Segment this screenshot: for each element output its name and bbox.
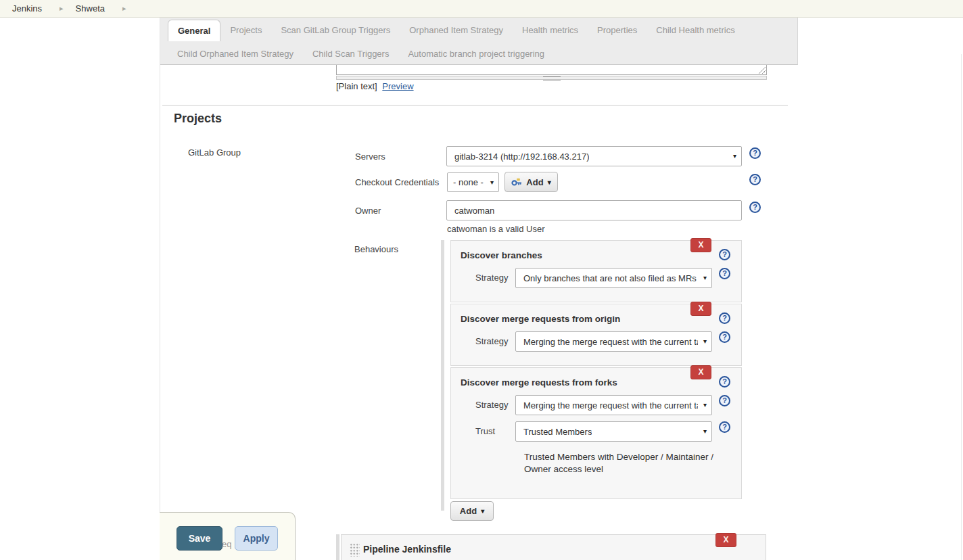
- gitlab-group-label: GitLab Group: [188, 147, 241, 158]
- description-footer: [Plain text] Preview: [336, 81, 414, 91]
- tab-child-health-metrics[interactable]: Child Health metrics: [647, 19, 744, 41]
- tab-projects[interactable]: Projects: [220, 19, 271, 41]
- delete-behaviour-button[interactable]: X: [690, 238, 711, 252]
- trust-help-icon[interactable]: ?: [719, 421, 730, 433]
- textarea-drag-bar[interactable]: [336, 76, 767, 80]
- branches-strategy-help-icon[interactable]: ?: [719, 268, 730, 279]
- tab-child-scan-triggers[interactable]: Child Scan Triggers: [303, 43, 398, 65]
- jenkins-config-page: Jenkins ▸ Shweta ▸ [Plain text] Preview …: [0, 0, 963, 560]
- behaviours-drag-strip: [441, 240, 444, 511]
- projects-section-heading: Projects: [174, 112, 222, 126]
- mr-origin-help-icon[interactable]: ?: [719, 312, 730, 324]
- delete-behaviour-button[interactable]: X: [690, 365, 711, 379]
- caret-down-icon: ▾: [732, 152, 736, 160]
- apply-button[interactable]: Apply: [235, 526, 278, 551]
- tab-general[interactable]: General: [168, 20, 220, 41]
- discover-branches-help-icon[interactable]: ?: [719, 249, 730, 260]
- add-credentials-label: Add: [526, 177, 543, 187]
- servers-select[interactable]: gitlab-3214 (http://192.168.43.217) ▾: [446, 146, 742, 166]
- content-left-border: [160, 18, 160, 560]
- add-behaviour-label: Add: [460, 506, 477, 516]
- tab-orphaned-item-strategy[interactable]: Orphaned Item Strategy: [400, 19, 513, 41]
- tab-health-metrics[interactable]: Health metrics: [513, 19, 588, 41]
- mr-origin-strategy-select[interactable]: Merging the merge request with the curre…: [515, 331, 712, 352]
- caret-down-icon: ▾: [702, 274, 707, 281]
- owner-label: Owner: [355, 206, 381, 216]
- tab-properties[interactable]: Properties: [588, 19, 647, 41]
- behaviour-chunk-title: Discover branches: [461, 250, 542, 260]
- behaviour-chunk-title: Discover merge requests from forks: [461, 377, 617, 388]
- tab-child-orphaned-item-strategy[interactable]: Child Orphaned Item Strategy: [168, 43, 303, 65]
- config-tab-bar: General Projects Scan GitLab Group Trigg…: [160, 18, 798, 65]
- checkout-credentials-label: Checkout Credentials: [355, 177, 439, 187]
- breadcrumb-item-jenkins[interactable]: Jenkins: [12, 3, 42, 14]
- breadcrumb-arrow-icon: ▸: [60, 4, 64, 13]
- owner-help-icon[interactable]: ?: [749, 202, 761, 213]
- mr-origin-strategy-help-icon[interactable]: ?: [719, 331, 730, 343]
- breadcrumb-item-shweta[interactable]: Shweta: [76, 3, 105, 14]
- servers-help-icon[interactable]: ?: [749, 147, 761, 159]
- delete-pipeline-button[interactable]: X: [715, 533, 736, 547]
- tab-automatic-branch-project-triggering[interactable]: Automatic branch project triggering: [398, 43, 554, 65]
- preview-link[interactable]: Preview: [382, 81, 413, 91]
- mr-forks-strategy-select[interactable]: Merging the merge request with the curre…: [515, 395, 712, 415]
- caret-down-icon: ▾: [702, 401, 707, 409]
- checkout-credentials-help-icon[interactable]: ?: [749, 174, 761, 185]
- mr-forks-help-icon[interactable]: ?: [719, 376, 730, 388]
- branches-strategy-value: Only branches that are not also filed as…: [523, 273, 697, 283]
- caret-down-icon: ▾: [702, 427, 707, 435]
- mr-forks-strategy-help-icon[interactable]: ?: [719, 395, 730, 406]
- strategy-label: Strategy: [475, 336, 508, 346]
- mr-origin-strategy-value: Merging the merge request with the curre…: [523, 337, 698, 347]
- mr-forks-strategy-value: Merging the merge request with the curre…: [523, 400, 698, 411]
- caret-down-icon: ▾: [702, 337, 707, 345]
- caret-down-icon: ▾: [548, 179, 551, 186]
- plain-text-label: [Plain text]: [336, 81, 377, 91]
- trust-value: Trusted Members: [523, 427, 592, 437]
- breadcrumb-arrow-icon: ▸: [122, 4, 126, 13]
- trust-label: Trust: [475, 426, 495, 436]
- add-credentials-button[interactable]: Add ▾: [504, 172, 558, 192]
- trust-select[interactable]: Trusted Members ▾: [515, 421, 712, 442]
- breadcrumb: Jenkins ▸ Shweta ▸: [0, 0, 963, 18]
- scrollbar-track[interactable]: [961, 54, 962, 560]
- drag-handle-grid-icon[interactable]: [350, 543, 360, 557]
- delete-behaviour-button[interactable]: X: [690, 302, 711, 316]
- pipeline-drag-strip: [336, 534, 339, 560]
- save-panel: eq Save Apply: [160, 512, 296, 560]
- servers-label: Servers: [355, 151, 385, 162]
- caret-down-icon: ▾: [481, 507, 484, 515]
- pipeline-jenkinsfile-title: Pipeline Jenkinsfile: [363, 544, 451, 555]
- servers-select-value: gitlab-3214 (http://192.168.43.217): [454, 151, 589, 162]
- strategy-label: Strategy: [475, 273, 508, 283]
- checkout-credentials-value: - none -: [453, 177, 484, 187]
- strategy-label: Strategy: [475, 400, 508, 410]
- owner-validation-message: catwoman is a valid User: [447, 224, 545, 234]
- trust-description: Trusted Members with Developer / Maintai…: [524, 451, 719, 475]
- section-divider: [162, 105, 788, 106]
- key-icon: [511, 178, 522, 187]
- behaviour-chunk-title: Discover merge requests from origin: [461, 314, 620, 324]
- owner-input[interactable]: [446, 200, 742, 220]
- behaviours-label: Behaviours: [354, 244, 398, 254]
- tab-row-1: General Projects Scan GitLab Group Trigg…: [160, 18, 797, 41]
- tab-row-2: Child Orphaned Item Strategy Child Scan …: [160, 41, 797, 65]
- textarea-resize-handle-icon[interactable]: [759, 67, 766, 74]
- save-button[interactable]: Save: [177, 526, 222, 551]
- checkout-credentials-select[interactable]: - none - ▾: [447, 172, 499, 192]
- caret-down-icon: ▾: [489, 179, 494, 186]
- tab-scan-gitlab-group-triggers[interactable]: Scan GitLab Group Triggers: [271, 19, 400, 41]
- add-behaviour-button[interactable]: Add ▾: [450, 501, 494, 521]
- obscured-background-text: eq: [222, 539, 231, 549]
- branches-strategy-select[interactable]: Only branches that are not also filed as…: [515, 268, 712, 288]
